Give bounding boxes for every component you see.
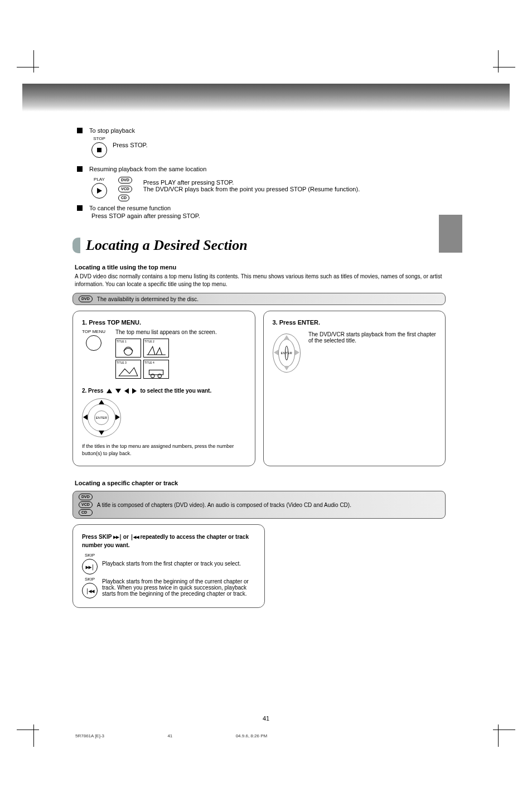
bullet-square-icon	[77, 205, 83, 211]
page-number: 41	[263, 715, 269, 722]
skip-step-line: Press SKIP ▶▶| or |◀◀ repeatedly to acce…	[82, 533, 255, 549]
resume-instruction: Press PLAY after pressing STOP. The DVD/…	[143, 177, 446, 192]
menu-section-label: Locating a title using the top menu	[75, 264, 446, 271]
top-menu-icon	[86, 335, 101, 351]
skip-forward-text: Playback starts from the first chapter o…	[102, 561, 241, 567]
arrow-right-icon	[132, 388, 137, 394]
bullet-square-icon	[77, 166, 83, 172]
play-button-label: PLAY	[94, 177, 105, 182]
top-menu-label: TOP MENU	[82, 329, 105, 334]
skip-label: SKIP	[85, 553, 95, 558]
skip-forward-icon: ▶▶|	[82, 559, 98, 574]
arrow-down-icon	[115, 389, 121, 393]
stop-icon	[91, 142, 107, 158]
disc-type-list: DVD VCD CD	[118, 177, 132, 201]
cd-pill: CD	[79, 509, 93, 516]
step1-2-box: 1. Press TOP MENU. TOP MENU The top menu…	[72, 311, 255, 466]
skip-back-icon: |◀◀	[82, 583, 98, 598]
skip-back-icon: |◀◀	[130, 534, 139, 540]
cancel-instruction: Press STOP again after pressing STOP.	[91, 212, 446, 219]
step3-title: 3. Press ENTER.	[273, 319, 437, 326]
dvd-pill: DVD	[79, 494, 93, 500]
arrow-up-icon	[107, 389, 112, 393]
menu-section-desc: A DVD video disc normally contains a top…	[75, 273, 446, 288]
skip-label: SKIP	[85, 577, 95, 582]
step2-note: If the titles in the top menu are assign…	[82, 443, 246, 457]
skip-forward-button-graphic: SKIP ▶▶|	[82, 553, 98, 574]
direction-pad-icon: ENTER	[82, 398, 121, 437]
cancel-heading: To cancel the resume function	[89, 205, 171, 211]
stop-heading: To stop playback	[89, 127, 135, 134]
top-menu-thumbnails: TITLE 1 TITLE 2 TITLE 3 TITLE 4	[115, 339, 246, 379]
vcd-pill: VCD	[118, 186, 132, 192]
dvd-pill: DVD	[118, 177, 132, 183]
section-title: Locating a Desired Section	[86, 237, 248, 254]
resume-heading: Resuming playback from the same location	[89, 166, 206, 172]
skip-back-button-graphic: SKIP |◀◀	[82, 577, 98, 598]
arrow-left-icon	[124, 388, 129, 394]
play-icon	[91, 183, 107, 199]
header-gradient	[22, 84, 510, 112]
vcd-pill: VCD	[79, 501, 93, 508]
section-bullet-icon	[72, 238, 83, 253]
skip-forward-icon: ▶▶|	[113, 534, 122, 540]
cd-pill: CD	[118, 195, 129, 201]
top-menu-button-graphic: TOP MENU	[82, 329, 105, 351]
skip-step-box: Press SKIP ▶▶| or |◀◀ repeatedly to acce…	[72, 524, 265, 608]
enter-pad-icon: ENTER	[273, 334, 301, 373]
stop-button-label: STOP	[93, 136, 105, 141]
skip-back-text: Playback starts from the beginning of th…	[102, 578, 255, 597]
step3-box: 3. Press ENTER. ENTER The DVD/VCR starts…	[263, 311, 446, 466]
bullet-square-icon	[77, 128, 83, 133]
skip-section-label: Locating a specific chapter or track	[75, 480, 446, 486]
skip-bar-text: A title is composed of chapters (DVD vid…	[97, 502, 351, 508]
step1-body: The top menu list appears on the screen.	[115, 329, 246, 335]
svg-rect-1	[149, 370, 163, 374]
step3-body: The DVD/VCR starts playback from the fir…	[308, 329, 436, 344]
menu-bar-text: The availability is determined by the di…	[97, 296, 199, 302]
footer-line: 5R7861A [E]-3 41 04.9.6, 8:26 PM	[75, 733, 267, 738]
stop-instruction: Press STOP.	[113, 136, 148, 148]
play-button-graphic: PLAY	[91, 177, 107, 199]
step1-title: 1. Press TOP MENU.	[82, 319, 246, 326]
skip-bar-header: DVD VCD CD A title is composed of chapte…	[72, 491, 446, 519]
dvd-pill: DVD	[79, 296, 93, 302]
stop-button-graphic: STOP	[91, 136, 107, 158]
menu-bar-header: DVD The availability is determined by th…	[72, 293, 446, 305]
step2-line: 2. Press to select the title you want.	[82, 388, 246, 394]
